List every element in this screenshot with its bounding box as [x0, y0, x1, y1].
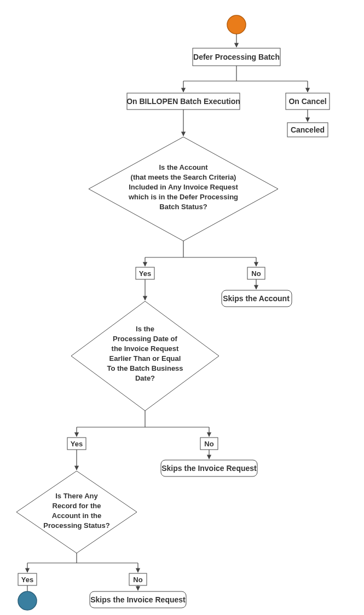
- decision3-text-1: Is There Any: [55, 492, 98, 500]
- skips-invoice-label-2: Skips the Invoice Request: [90, 595, 186, 604]
- decision3-text-3: Account in the: [52, 511, 101, 520]
- skips-account-label: Skips the Account: [223, 294, 290, 303]
- decision2-text-1: Is the: [136, 325, 154, 333]
- decision1-text-4: which is in the Defer Processing: [128, 193, 238, 201]
- decision2-yes-label: Yes: [71, 440, 83, 448]
- decision1-text-3: Included in Any Invoice Request: [129, 183, 238, 191]
- canceled-label: Canceled: [291, 125, 325, 134]
- skips-invoice-label-1: Skips the Invoice Request: [161, 464, 257, 473]
- decision3-text-2: Record for the: [53, 502, 101, 510]
- on-cancel-label: On Cancel: [288, 97, 326, 106]
- decision2-text-6: Date?: [135, 374, 155, 382]
- flowchart-diagram: Defer Processing Batch On BILLOPEN Batch…: [0, 0, 364, 615]
- start-node: [227, 15, 246, 34]
- decision2-no-label: No: [204, 440, 213, 448]
- decision1-text-1: Is the Account: [159, 163, 208, 171]
- decision2-text-3: the Invoice Request: [112, 344, 179, 353]
- decision3-no-label: No: [133, 576, 142, 584]
- defer-processing-label: Defer Processing Batch: [193, 53, 280, 61]
- decision3-yes-label: Yes: [21, 576, 33, 584]
- decision1-text-5: Batch Status?: [159, 203, 207, 211]
- decision2-text-4: Earlier Than or Equal: [109, 354, 181, 363]
- end-node: [18, 591, 37, 610]
- decision2-text-2: Processing Date of: [113, 335, 177, 343]
- decision1-no-label: No: [251, 269, 261, 278]
- decision2-text-5: To the Batch Business: [107, 364, 183, 372]
- on-billopen-label: On BILLOPEN Batch Execution: [126, 97, 240, 106]
- decision1-text-2: (that meets the Search Criteria): [131, 173, 236, 181]
- decision3-text-4: Processing Status?: [43, 521, 109, 530]
- decision1-yes-label: Yes: [139, 269, 151, 278]
